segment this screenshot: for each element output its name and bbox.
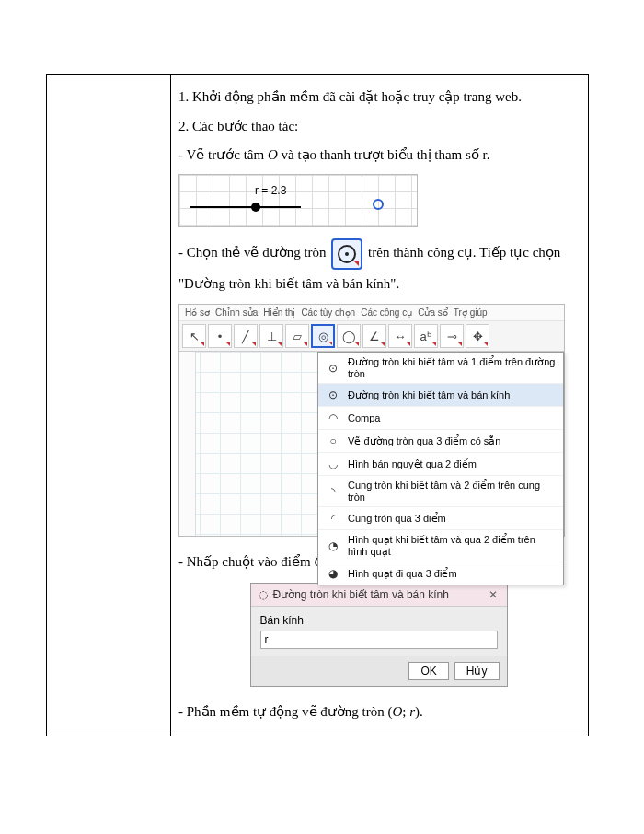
left-column [47,75,171,736]
slider-label: r = 2.3 [255,184,286,197]
dialog-titlebar: ◌Đường tròn khi biết tâm và bán kính ✕ [251,584,507,607]
circle-radius-icon: ⊙ [326,388,340,402]
figure-toolbar-menu: Hồ sơ Chỉnh sửa Hiển thị Các tùy chọn Cá… [178,304,565,537]
dropdown-item[interactable]: ⊙Đường tròn khi biết tâm và 1 điểm trên … [318,353,563,384]
tool-polygon-icon[interactable]: ▱ [285,324,309,348]
cancel-button[interactable]: Hủy [454,662,500,680]
circle-point-icon: ⊙ [326,361,340,376]
axis-sidebar [179,352,196,536]
dropdown-item[interactable]: ◕Hình quạt đi qua 3 điểm [318,562,563,585]
para-2: 2. Các bước thao tác: [178,112,579,142]
app-menubar: Hồ sơ Chỉnh sửa Hiển thị Các tùy chọn Cá… [179,305,564,321]
circle-3pts-icon: ○ [326,434,340,448]
menu-item[interactable]: Hiển thị [263,307,295,318]
para-4: - Chọn thẻ vẽ đường tròn trên thành công… [178,238,579,299]
semicircle-icon: ◡ [326,457,340,471]
dropdown-item[interactable]: ⊙Đường tròn khi biết tâm và bán kính [318,384,563,407]
menu-item[interactable]: Trợ giúp [454,307,488,318]
para-1: 1. Khởi động phần mềm đã cài đặt hoặc tr… [178,83,579,112]
circle-tool-dropdown: ⊙Đường tròn khi biết tâm và 1 điểm trên … [317,352,564,585]
figure-slider: r = 2.3 [178,174,418,227]
sector-center-icon: ◔ [326,539,340,553]
menu-item[interactable]: Hồ sơ [185,307,210,318]
toolbar: ↖ • ╱ ⊥ ▱ ◎ ◯ ∠ ↔ aᵇ ⊸ ✥ [179,321,564,352]
compass-icon: ◠ [326,411,340,425]
dropdown-item[interactable]: ◔Hình quạt khi biết tâm và qua 2 điểm tr… [318,530,563,562]
para-3: - Vẽ trước tâm O và tạo thanh trượt biểu… [178,141,579,170]
menu-item[interactable]: Chỉnh sửa [215,307,258,318]
ok-button[interactable]: OK [408,662,448,680]
circle-tool-icon[interactable] [331,238,362,270]
para-6: - Phần mềm tự động vẽ đường tròn (O; r). [178,698,579,727]
tool-move-icon[interactable]: ↖ [182,324,206,348]
math-O: O [268,147,278,162]
dialog-title: Đường tròn khi biết tâm và bán kính [273,588,449,601]
tool-reflect-icon[interactable]: ↔ [388,324,412,348]
dropdown-item[interactable]: ◝Cung tròn khi biết tâm và 2 điểm trên c… [318,476,563,507]
circle-icon: ◌ [259,588,268,601]
tool-circle-icon[interactable]: ◎ [311,324,335,348]
close-icon[interactable]: ✕ [487,588,500,601]
doc-table: 1. Khởi động phần mềm đã cài đặt hoặc tr… [46,74,589,736]
slider-track[interactable] [190,206,301,208]
right-column: 1. Khởi động phần mềm đã cài đặt hoặc tr… [171,75,589,736]
dropdown-item[interactable]: ◠Compa [318,407,563,430]
tool-point-icon[interactable]: • [208,324,232,348]
tool-perpendicular-icon[interactable]: ⊥ [259,324,283,348]
tool-angle-icon[interactable]: ∠ [362,324,386,348]
tool-slider-icon[interactable]: ⊸ [440,324,464,348]
point-O-icon[interactable] [373,199,384,210]
tool-ellipse-icon[interactable]: ◯ [337,324,361,348]
arc-center-icon: ◝ [326,484,340,499]
tool-move-view-icon[interactable]: ✥ [466,324,489,348]
figure-dialog: ◌Đường tròn khi biết tâm và bán kính ✕ B… [250,583,508,687]
tool-text-icon[interactable]: aᵇ [414,324,438,348]
menu-item[interactable]: Các công cụ [361,307,412,318]
dropdown-item[interactable]: ◡Hình bán nguyệt qua 2 điểm [318,453,563,476]
dropdown-item[interactable]: ◜Cung tròn qua 3 điểm [318,507,563,530]
tool-line-icon[interactable]: ╱ [234,324,258,348]
dropdown-item[interactable]: ○Vẽ đường tròn qua 3 điểm có sẵn [318,430,563,453]
dialog-field-label: Bán kính [260,614,498,627]
sector-3pts-icon: ◕ [326,566,340,581]
menu-item[interactable]: Các tùy chọn [301,307,355,318]
slider-thumb[interactable] [251,203,260,212]
arc-3pts-icon: ◜ [326,511,340,526]
radius-input[interactable] [260,631,498,649]
menu-item[interactable]: Cửa sổ [418,307,448,318]
math-O: O [393,704,403,719]
